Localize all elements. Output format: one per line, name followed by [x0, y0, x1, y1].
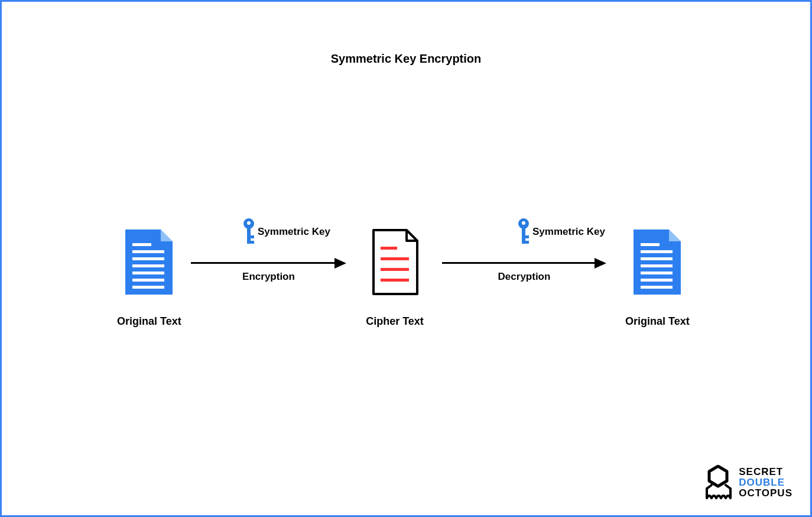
svg-rect-26 — [522, 235, 529, 238]
svg-rect-6 — [132, 286, 164, 289]
logo-line3: OCTOPUS — [739, 488, 792, 499]
key-label-right: Symmetric Key — [532, 226, 605, 238]
svg-rect-16 — [641, 279, 673, 282]
logo-line1: SECRET — [739, 467, 792, 477]
diagram-title: Symmetric Key Encryption — [2, 52, 810, 66]
arrow-label-decryption: Decryption — [442, 271, 606, 283]
key-label-left: Symmetric Key — [258, 226, 330, 238]
svg-rect-21 — [247, 235, 254, 238]
svg-rect-12 — [641, 250, 673, 253]
key-right: Symmetric Key — [516, 218, 605, 246]
svg-rect-4 — [132, 272, 164, 274]
brand-logo-text: SECRET DOUBLE OCTOPUS — [739, 467, 792, 499]
svg-line-29 — [707, 485, 712, 489]
key-icon — [516, 218, 531, 246]
key-left: Symmetric Key — [241, 218, 330, 246]
svg-point-19 — [247, 221, 251, 225]
svg-point-24 — [522, 221, 525, 225]
svg-rect-3 — [132, 264, 164, 267]
node-label-cipher: Cipher Text — [366, 315, 424, 328]
node-label-original-right: Original Text — [625, 315, 690, 328]
logo-line2: DOUBLE — [739, 477, 792, 488]
document-icon — [628, 227, 687, 298]
svg-rect-27 — [522, 241, 529, 244]
arrow-label-encryption: Encryption — [191, 271, 346, 283]
svg-rect-22 — [247, 241, 254, 244]
svg-rect-7 — [381, 247, 397, 250]
svg-line-30 — [726, 485, 730, 489]
document-icon — [119, 227, 178, 298]
svg-rect-8 — [381, 257, 409, 260]
node-original-right: Original Text — [625, 227, 690, 328]
svg-rect-15 — [641, 272, 673, 274]
svg-rect-11 — [641, 243, 660, 246]
node-label-original-left: Original Text — [117, 315, 181, 328]
svg-rect-10 — [381, 279, 409, 282]
svg-rect-14 — [641, 264, 673, 267]
svg-rect-2 — [132, 257, 164, 260]
svg-rect-0 — [132, 243, 151, 246]
brand-logo: SECRET DOUBLE OCTOPUS — [703, 465, 792, 500]
diagram-frame: Symmetric Key Encryption Original Text C… — [0, 0, 812, 517]
octopus-icon — [703, 465, 733, 500]
node-cipher: Cipher Text — [365, 227, 424, 328]
node-original-left: Original Text — [117, 227, 181, 328]
svg-rect-13 — [641, 257, 673, 260]
svg-rect-9 — [381, 268, 409, 271]
svg-rect-1 — [132, 250, 164, 253]
svg-marker-28 — [709, 466, 727, 486]
key-icon — [241, 218, 256, 246]
svg-rect-17 — [641, 286, 673, 289]
svg-rect-5 — [132, 279, 164, 282]
cipher-document-icon — [365, 227, 424, 298]
